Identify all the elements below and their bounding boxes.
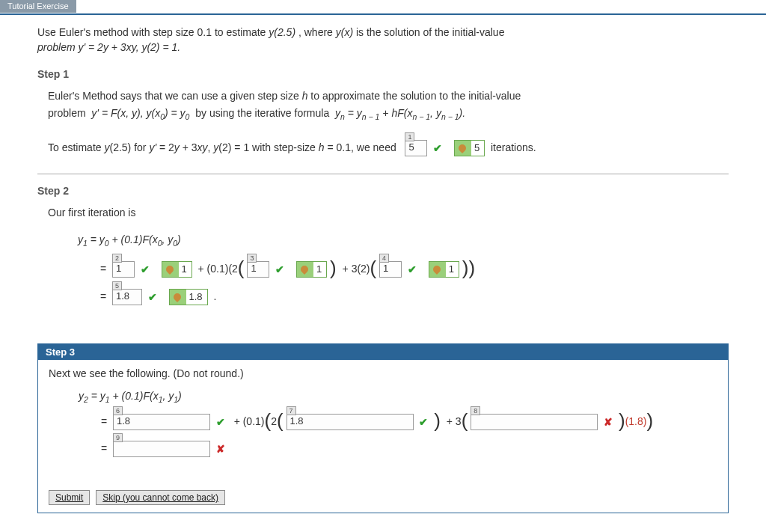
answer-5-input[interactable]: 1.8: [112, 289, 142, 305]
step3-heading: Step 3: [38, 344, 728, 360]
answer-3: 3 1: [247, 261, 269, 278]
check-icon: ✔: [419, 416, 428, 428]
solution-2: 1: [162, 261, 192, 278]
tutorial-tab: Tutorial Exercise: [0, 0, 76, 13]
answer-1-input[interactable]: 5: [405, 140, 427, 156]
answer-4-input[interactable]: 1: [379, 261, 402, 278]
step1-heading: Step 1: [37, 68, 729, 80]
problem-equation: problem y' = 2y + 3xy, y(2) = 1.: [37, 41, 180, 53]
answer-6: 6 1.8: [113, 414, 210, 430]
skip-button[interactable]: Skip (you cannot come back): [96, 490, 225, 505]
answer-5: 5 1.8: [112, 289, 142, 305]
answer-1: 1 5: [405, 140, 427, 156]
answer-4: 4 1: [379, 261, 402, 278]
step2-body: Our first iteration is y1 = y0 + (0.1)F(…: [37, 201, 729, 328]
answer-2-input[interactable]: 1: [112, 261, 135, 278]
check-icon: ✔: [408, 261, 417, 278]
check-icon: ✔: [141, 261, 150, 278]
answer-9: 9: [113, 441, 210, 457]
solution-1: 5: [454, 140, 485, 156]
answer-6-input[interactable]: 1.8: [113, 414, 210, 430]
check-icon: ✔: [216, 416, 225, 428]
step2-equation: y1 = y0 + (0.1)F(x0, y0): [78, 233, 181, 245]
answer-8: 8: [471, 414, 598, 430]
step3-equation: y2 = y1 + (0.1)F(x1, y1): [79, 390, 182, 402]
solution-4: 1: [429, 261, 459, 278]
problem-statement: Use Euler's method with step size 0.1 to…: [37, 22, 729, 68]
solution-5: 1.8: [169, 289, 208, 305]
answer-7-input[interactable]: 1.8: [287, 414, 414, 430]
step1-body: Euler's Method says that we can use a gi…: [37, 85, 729, 168]
answer-8-input[interactable]: [471, 414, 598, 430]
answer-8-hint: (1.8): [625, 415, 647, 427]
answer-3-input[interactable]: 1: [247, 261, 269, 278]
check-icon: ✔: [433, 140, 442, 156]
x-icon: ✘: [604, 416, 613, 428]
answer-9-input[interactable]: [113, 441, 210, 457]
submit-button[interactable]: Submit: [49, 490, 90, 505]
solution-3: 1: [296, 261, 327, 278]
step3-intro: Next we see the following. (Do not round…: [49, 367, 717, 379]
answer-2: 2 1: [112, 261, 135, 278]
answer-7: 7 1.8: [287, 414, 414, 430]
step2-heading: Step 2: [37, 185, 729, 197]
check-icon: ✔: [275, 261, 284, 278]
x-icon: ✘: [216, 443, 225, 455]
check-icon: ✔: [148, 289, 157, 305]
step3-box: Step 3 Next we see the following. (Do no…: [37, 343, 729, 514]
